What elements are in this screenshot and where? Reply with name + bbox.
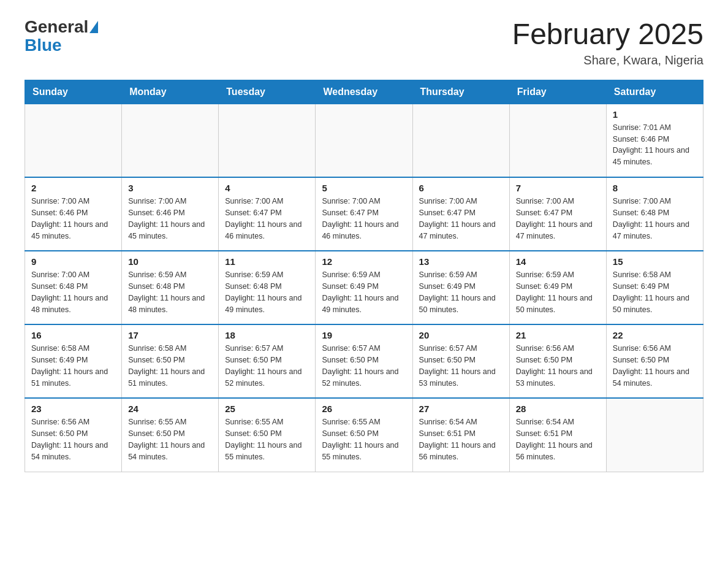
calendar-cell <box>122 104 219 177</box>
day-number: 13 <box>419 256 503 267</box>
calendar-cell: 21Sunrise: 6:56 AMSunset: 6:50 PMDayligh… <box>509 324 606 398</box>
day-info: Sunrise: 6:59 AMSunset: 6:48 PMDaylight:… <box>128 269 212 315</box>
day-number: 21 <box>516 330 600 340</box>
day-info: Sunrise: 6:55 AMSunset: 6:50 PMDaylight:… <box>322 416 406 462</box>
weekday-header-saturday: Saturday <box>606 80 703 104</box>
month-title: February 2025 <box>512 18 703 51</box>
day-info: Sunrise: 6:58 AMSunset: 6:50 PMDaylight:… <box>128 343 212 389</box>
day-info: Sunrise: 7:00 AMSunset: 6:48 PMDaylight:… <box>31 269 115 315</box>
day-number: 16 <box>31 330 115 340</box>
day-info: Sunrise: 6:59 AMSunset: 6:48 PMDaylight:… <box>225 269 309 315</box>
day-info: Sunrise: 6:59 AMSunset: 6:49 PMDaylight:… <box>322 269 406 315</box>
calendar-cell: 25Sunrise: 6:55 AMSunset: 6:50 PMDayligh… <box>219 398 316 472</box>
day-info: Sunrise: 6:56 AMSunset: 6:50 PMDaylight:… <box>516 343 600 389</box>
weekday-header-row: SundayMondayTuesdayWednesdayThursdayFrid… <box>25 80 703 104</box>
calendar-cell: 20Sunrise: 6:57 AMSunset: 6:50 PMDayligh… <box>412 324 509 398</box>
day-number: 18 <box>225 330 309 340</box>
day-number: 2 <box>31 183 115 193</box>
calendar-cell: 13Sunrise: 6:59 AMSunset: 6:49 PMDayligh… <box>412 251 509 324</box>
calendar-cell <box>316 104 412 177</box>
calendar-cell: 6Sunrise: 7:00 AMSunset: 6:47 PMDaylight… <box>412 177 509 251</box>
weekday-header-monday: Monday <box>122 80 219 104</box>
calendar-cell: 4Sunrise: 7:00 AMSunset: 6:47 PMDaylight… <box>219 177 316 251</box>
day-number: 10 <box>128 256 212 267</box>
day-number: 22 <box>613 330 697 340</box>
weekday-header-thursday: Thursday <box>412 80 509 104</box>
day-info: Sunrise: 6:59 AMSunset: 6:49 PMDaylight:… <box>516 269 600 315</box>
day-number: 23 <box>31 404 115 414</box>
calendar-table: SundayMondayTuesdayWednesdayThursdayFrid… <box>25 80 703 472</box>
calendar-cell: 28Sunrise: 6:54 AMSunset: 6:51 PMDayligh… <box>509 398 606 472</box>
day-info: Sunrise: 6:57 AMSunset: 6:50 PMDaylight:… <box>225 343 309 389</box>
day-number: 5 <box>322 183 406 193</box>
day-number: 27 <box>419 404 503 414</box>
page-header: General Blue February 2025 Share, Kwara,… <box>25 18 703 67</box>
calendar-cell: 3Sunrise: 7:00 AMSunset: 6:46 PMDaylight… <box>122 177 219 251</box>
calendar-cell: 2Sunrise: 7:00 AMSunset: 6:46 PMDaylight… <box>25 177 122 251</box>
calendar-cell: 1Sunrise: 7:01 AMSunset: 6:46 PMDaylight… <box>606 104 703 177</box>
day-info: Sunrise: 7:01 AMSunset: 6:46 PMDaylight:… <box>613 122 697 168</box>
title-section: February 2025 Share, Kwara, Nigeria <box>512 18 703 67</box>
day-number: 8 <box>613 183 697 193</box>
weekday-header-wednesday: Wednesday <box>316 80 412 104</box>
day-number: 15 <box>613 256 697 267</box>
logo: General Blue <box>25 18 99 55</box>
calendar-week-row: 23Sunrise: 6:56 AMSunset: 6:50 PMDayligh… <box>25 398 703 472</box>
calendar-cell <box>412 104 509 177</box>
calendar-week-row: 1Sunrise: 7:01 AMSunset: 6:46 PMDaylight… <box>25 104 703 177</box>
logo-triangle-icon <box>89 21 98 33</box>
day-number: 1 <box>613 109 697 120</box>
day-number: 24 <box>128 404 212 414</box>
day-number: 12 <box>322 256 406 267</box>
day-number: 3 <box>128 183 212 193</box>
calendar-week-row: 9Sunrise: 7:00 AMSunset: 6:48 PMDaylight… <box>25 251 703 324</box>
calendar-cell: 5Sunrise: 7:00 AMSunset: 6:47 PMDaylight… <box>316 177 412 251</box>
day-info: Sunrise: 7:00 AMSunset: 6:47 PMDaylight:… <box>516 196 600 242</box>
day-info: Sunrise: 7:00 AMSunset: 6:48 PMDaylight:… <box>613 196 697 242</box>
day-number: 6 <box>419 183 503 193</box>
day-number: 7 <box>516 183 600 193</box>
calendar-cell: 14Sunrise: 6:59 AMSunset: 6:49 PMDayligh… <box>509 251 606 324</box>
day-number: 9 <box>31 256 115 267</box>
calendar-cell: 8Sunrise: 7:00 AMSunset: 6:48 PMDaylight… <box>606 177 703 251</box>
day-info: Sunrise: 6:56 AMSunset: 6:50 PMDaylight:… <box>613 343 697 389</box>
day-info: Sunrise: 6:59 AMSunset: 6:49 PMDaylight:… <box>419 269 503 315</box>
day-info: Sunrise: 6:57 AMSunset: 6:50 PMDaylight:… <box>322 343 406 389</box>
calendar-cell: 22Sunrise: 6:56 AMSunset: 6:50 PMDayligh… <box>606 324 703 398</box>
day-info: Sunrise: 6:55 AMSunset: 6:50 PMDaylight:… <box>225 416 309 462</box>
logo-blue-text: Blue <box>25 36 62 55</box>
weekday-header-tuesday: Tuesday <box>219 80 316 104</box>
calendar-cell <box>219 104 316 177</box>
day-info: Sunrise: 7:00 AMSunset: 6:47 PMDaylight:… <box>322 196 406 242</box>
logo-general-text: General <box>25 18 88 36</box>
calendar-week-row: 16Sunrise: 6:58 AMSunset: 6:49 PMDayligh… <box>25 324 703 398</box>
weekday-header-sunday: Sunday <box>25 80 122 104</box>
calendar-cell: 17Sunrise: 6:58 AMSunset: 6:50 PMDayligh… <box>122 324 219 398</box>
location-subtitle: Share, Kwara, Nigeria <box>512 53 703 67</box>
calendar-cell: 15Sunrise: 6:58 AMSunset: 6:49 PMDayligh… <box>606 251 703 324</box>
day-info: Sunrise: 6:58 AMSunset: 6:49 PMDaylight:… <box>613 269 697 315</box>
day-info: Sunrise: 6:54 AMSunset: 6:51 PMDaylight:… <box>419 416 503 462</box>
day-number: 28 <box>516 404 600 414</box>
day-info: Sunrise: 6:58 AMSunset: 6:49 PMDaylight:… <box>31 343 115 389</box>
day-number: 26 <box>322 404 406 414</box>
calendar-cell: 18Sunrise: 6:57 AMSunset: 6:50 PMDayligh… <box>219 324 316 398</box>
day-number: 25 <box>225 404 309 414</box>
calendar-cell: 16Sunrise: 6:58 AMSunset: 6:49 PMDayligh… <box>25 324 122 398</box>
day-info: Sunrise: 7:00 AMSunset: 6:47 PMDaylight:… <box>419 196 503 242</box>
day-number: 4 <box>225 183 309 193</box>
day-info: Sunrise: 7:00 AMSunset: 6:47 PMDaylight:… <box>225 196 309 242</box>
day-info: Sunrise: 7:00 AMSunset: 6:46 PMDaylight:… <box>31 196 115 242</box>
day-info: Sunrise: 6:57 AMSunset: 6:50 PMDaylight:… <box>419 343 503 389</box>
calendar-cell: 26Sunrise: 6:55 AMSunset: 6:50 PMDayligh… <box>316 398 412 472</box>
day-info: Sunrise: 6:56 AMSunset: 6:50 PMDaylight:… <box>31 416 115 462</box>
calendar-cell <box>509 104 606 177</box>
day-number: 11 <box>225 256 309 267</box>
calendar-cell: 23Sunrise: 6:56 AMSunset: 6:50 PMDayligh… <box>25 398 122 472</box>
day-info: Sunrise: 7:00 AMSunset: 6:46 PMDaylight:… <box>128 196 212 242</box>
day-number: 14 <box>516 256 600 267</box>
day-number: 20 <box>419 330 503 340</box>
calendar-cell: 12Sunrise: 6:59 AMSunset: 6:49 PMDayligh… <box>316 251 412 324</box>
calendar-cell: 27Sunrise: 6:54 AMSunset: 6:51 PMDayligh… <box>412 398 509 472</box>
calendar-cell: 9Sunrise: 7:00 AMSunset: 6:48 PMDaylight… <box>25 251 122 324</box>
